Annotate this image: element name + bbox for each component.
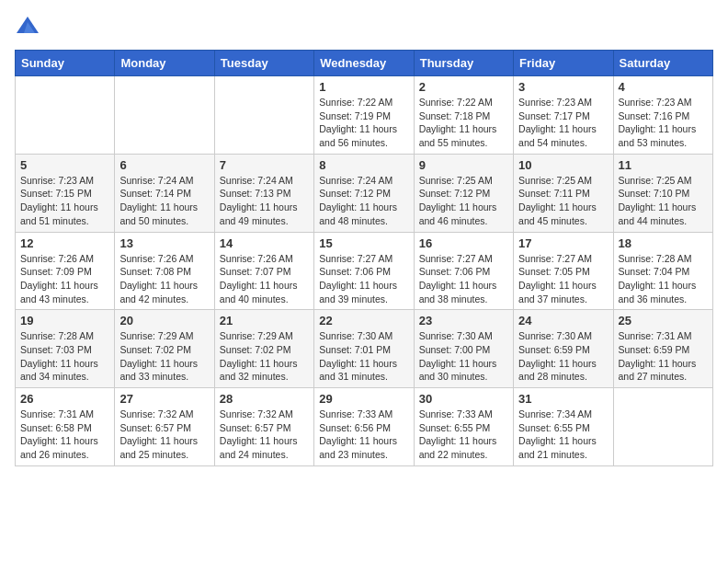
day-number: 28 xyxy=(220,392,309,406)
day-number: 24 xyxy=(518,314,608,327)
calendar-cell xyxy=(16,76,115,155)
day-number: 6 xyxy=(119,158,209,172)
day-number: 7 xyxy=(220,158,309,172)
weekday-header-friday: Friday xyxy=(514,51,613,76)
calendar-week-row: 26Sunrise: 7:31 AM Sunset: 6:58 PM Dayli… xyxy=(16,388,713,466)
day-number: 1 xyxy=(319,80,408,94)
calendar-cell: 22Sunrise: 7:30 AM Sunset: 7:01 PM Dayli… xyxy=(314,310,414,388)
calendar-cell: 10Sunrise: 7:25 AM Sunset: 7:11 PM Dayli… xyxy=(514,154,613,232)
weekday-header-row: SundayMondayTuesdayWednesdayThursdayFrid… xyxy=(16,51,713,76)
calendar-cell: 30Sunrise: 7:33 AM Sunset: 6:55 PM Dayli… xyxy=(414,388,513,466)
day-number: 16 xyxy=(419,236,508,250)
day-number: 14 xyxy=(220,236,309,250)
day-number: 18 xyxy=(619,236,708,250)
day-info: Sunrise: 7:30 AM Sunset: 7:00 PM Dayligh… xyxy=(419,329,508,384)
calendar-cell: 8Sunrise: 7:24 AM Sunset: 7:12 PM Daylig… xyxy=(314,154,414,232)
day-number: 26 xyxy=(20,392,109,406)
day-number: 30 xyxy=(419,392,508,406)
day-info: Sunrise: 7:23 AM Sunset: 7:17 PM Dayligh… xyxy=(518,96,608,150)
calendar-cell: 14Sunrise: 7:26 AM Sunset: 7:07 PM Dayli… xyxy=(214,232,313,310)
calendar-cell: 23Sunrise: 7:30 AM Sunset: 7:00 PM Dayli… xyxy=(414,310,513,388)
calendar-cell: 3Sunrise: 7:23 AM Sunset: 7:17 PM Daylig… xyxy=(514,76,613,155)
calendar-cell: 17Sunrise: 7:27 AM Sunset: 7:05 PM Dayli… xyxy=(514,232,613,310)
weekday-header-saturday: Saturday xyxy=(613,51,712,76)
logo-icon xyxy=(15,15,40,40)
day-number: 20 xyxy=(119,314,209,327)
calendar-cell: 24Sunrise: 7:30 AM Sunset: 6:59 PM Dayli… xyxy=(514,310,613,388)
day-number: 13 xyxy=(119,236,209,250)
calendar-week-row: 1Sunrise: 7:22 AM Sunset: 7:19 PM Daylig… xyxy=(16,76,713,155)
day-number: 2 xyxy=(419,80,508,94)
calendar-cell: 25Sunrise: 7:31 AM Sunset: 6:59 PM Dayli… xyxy=(613,310,712,388)
calendar-cell: 2Sunrise: 7:22 AM Sunset: 7:18 PM Daylig… xyxy=(414,76,513,155)
header xyxy=(15,15,713,40)
calendar-cell: 7Sunrise: 7:24 AM Sunset: 7:13 PM Daylig… xyxy=(214,154,313,232)
day-number: 3 xyxy=(518,80,608,94)
calendar-cell xyxy=(613,388,712,466)
weekday-header-sunday: Sunday xyxy=(16,51,115,76)
day-number: 31 xyxy=(518,392,608,406)
day-number: 4 xyxy=(619,80,708,94)
day-info: Sunrise: 7:26 AM Sunset: 7:08 PM Dayligh… xyxy=(119,252,209,306)
day-number: 27 xyxy=(119,392,209,406)
calendar-cell: 13Sunrise: 7:26 AM Sunset: 7:08 PM Dayli… xyxy=(115,232,214,310)
day-number: 5 xyxy=(20,158,109,172)
calendar-table: SundayMondayTuesdayWednesdayThursdayFrid… xyxy=(15,50,713,466)
day-info: Sunrise: 7:27 AM Sunset: 7:06 PM Dayligh… xyxy=(319,252,408,306)
calendar-cell: 12Sunrise: 7:26 AM Sunset: 7:09 PM Dayli… xyxy=(16,232,115,310)
calendar-cell: 1Sunrise: 7:22 AM Sunset: 7:19 PM Daylig… xyxy=(314,76,414,155)
day-info: Sunrise: 7:24 AM Sunset: 7:13 PM Dayligh… xyxy=(220,174,309,228)
calendar-cell: 19Sunrise: 7:28 AM Sunset: 7:03 PM Dayli… xyxy=(16,310,115,388)
calendar-cell: 18Sunrise: 7:28 AM Sunset: 7:04 PM Dayli… xyxy=(613,232,712,310)
day-info: Sunrise: 7:24 AM Sunset: 7:14 PM Dayligh… xyxy=(119,174,209,228)
day-info: Sunrise: 7:22 AM Sunset: 7:18 PM Dayligh… xyxy=(419,96,508,150)
calendar-cell: 27Sunrise: 7:32 AM Sunset: 6:57 PM Dayli… xyxy=(115,388,214,466)
calendar-cell: 20Sunrise: 7:29 AM Sunset: 7:02 PM Dayli… xyxy=(115,310,214,388)
day-number: 25 xyxy=(619,314,708,327)
day-info: Sunrise: 7:23 AM Sunset: 7:16 PM Dayligh… xyxy=(619,96,708,150)
day-info: Sunrise: 7:27 AM Sunset: 7:05 PM Dayligh… xyxy=(518,252,608,306)
calendar-cell: 15Sunrise: 7:27 AM Sunset: 7:06 PM Dayli… xyxy=(314,232,414,310)
day-info: Sunrise: 7:31 AM Sunset: 6:58 PM Dayligh… xyxy=(20,408,109,462)
day-number: 22 xyxy=(319,314,408,327)
calendar-week-row: 5Sunrise: 7:23 AM Sunset: 7:15 PM Daylig… xyxy=(16,154,713,232)
calendar-cell: 21Sunrise: 7:29 AM Sunset: 7:02 PM Dayli… xyxy=(214,310,313,388)
calendar-cell: 16Sunrise: 7:27 AM Sunset: 7:06 PM Dayli… xyxy=(414,232,513,310)
day-info: Sunrise: 7:30 AM Sunset: 7:01 PM Dayligh… xyxy=(319,329,408,384)
calendar-cell: 9Sunrise: 7:25 AM Sunset: 7:12 PM Daylig… xyxy=(414,154,513,232)
calendar-cell: 29Sunrise: 7:33 AM Sunset: 6:56 PM Dayli… xyxy=(314,388,414,466)
day-info: Sunrise: 7:29 AM Sunset: 7:02 PM Dayligh… xyxy=(119,329,209,384)
calendar-cell: 5Sunrise: 7:23 AM Sunset: 7:15 PM Daylig… xyxy=(16,154,115,232)
calendar-week-row: 12Sunrise: 7:26 AM Sunset: 7:09 PM Dayli… xyxy=(16,232,713,310)
day-number: 11 xyxy=(619,158,708,172)
logo xyxy=(15,15,44,40)
day-number: 19 xyxy=(20,314,109,327)
day-number: 17 xyxy=(518,236,608,250)
day-number: 15 xyxy=(319,236,408,250)
day-info: Sunrise: 7:34 AM Sunset: 6:55 PM Dayligh… xyxy=(518,408,608,462)
day-info: Sunrise: 7:30 AM Sunset: 6:59 PM Dayligh… xyxy=(518,329,608,384)
day-info: Sunrise: 7:28 AM Sunset: 7:03 PM Dayligh… xyxy=(20,329,109,384)
day-number: 10 xyxy=(518,158,608,172)
calendar-cell: 26Sunrise: 7:31 AM Sunset: 6:58 PM Dayli… xyxy=(16,388,115,466)
day-info: Sunrise: 7:26 AM Sunset: 7:09 PM Dayligh… xyxy=(20,252,109,306)
day-info: Sunrise: 7:27 AM Sunset: 7:06 PM Dayligh… xyxy=(419,252,508,306)
day-info: Sunrise: 7:26 AM Sunset: 7:07 PM Dayligh… xyxy=(220,252,309,306)
day-info: Sunrise: 7:33 AM Sunset: 6:55 PM Dayligh… xyxy=(419,408,508,462)
calendar-cell xyxy=(115,76,214,155)
day-number: 8 xyxy=(319,158,408,172)
day-number: 9 xyxy=(419,158,508,172)
weekday-header-wednesday: Wednesday xyxy=(314,51,414,76)
calendar-cell: 28Sunrise: 7:32 AM Sunset: 6:57 PM Dayli… xyxy=(214,388,313,466)
weekday-header-thursday: Thursday xyxy=(414,51,513,76)
weekday-header-monday: Monday xyxy=(115,51,214,76)
calendar-cell: 31Sunrise: 7:34 AM Sunset: 6:55 PM Dayli… xyxy=(514,388,613,466)
day-info: Sunrise: 7:25 AM Sunset: 7:11 PM Dayligh… xyxy=(518,174,608,228)
day-info: Sunrise: 7:31 AM Sunset: 6:59 PM Dayligh… xyxy=(619,329,708,384)
day-info: Sunrise: 7:24 AM Sunset: 7:12 PM Dayligh… xyxy=(319,174,408,228)
day-info: Sunrise: 7:29 AM Sunset: 7:02 PM Dayligh… xyxy=(220,329,309,384)
calendar-cell: 4Sunrise: 7:23 AM Sunset: 7:16 PM Daylig… xyxy=(613,76,712,155)
day-info: Sunrise: 7:23 AM Sunset: 7:15 PM Dayligh… xyxy=(20,174,109,228)
day-number: 12 xyxy=(20,236,109,250)
calendar-cell: 11Sunrise: 7:25 AM Sunset: 7:10 PM Dayli… xyxy=(613,154,712,232)
